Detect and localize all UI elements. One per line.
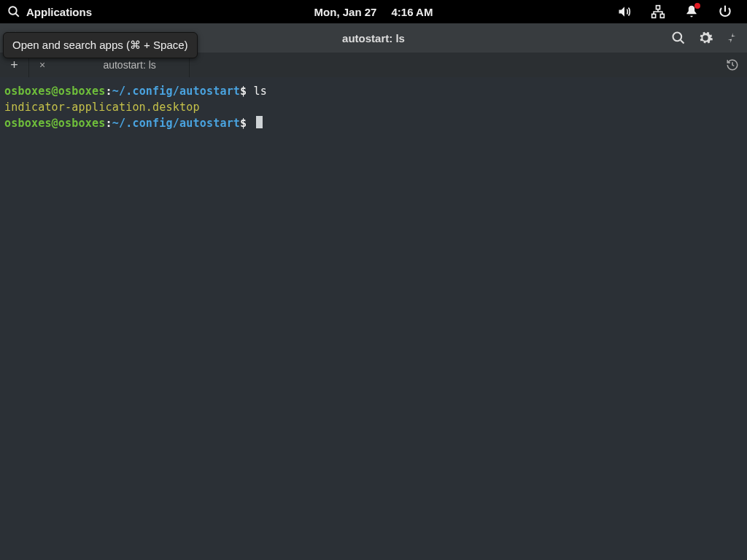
volume-icon[interactable]	[617, 4, 632, 19]
system-top-bar: Applications Mon, Jan 27 4:16 AM	[0, 0, 747, 23]
svg-point-7	[673, 33, 682, 42]
prompt-user: osboxes@osboxes	[4, 117, 105, 130]
prompt-path: ~/.config/autostart	[112, 85, 240, 98]
command-text: ls	[254, 85, 267, 98]
applications-label: Applications	[26, 6, 92, 18]
svg-rect-2	[657, 6, 660, 9]
svg-line-1	[16, 14, 19, 17]
prompt-path: ~/.config/autostart	[112, 117, 240, 130]
terminal-line: indicator-application.desktop	[4, 99, 743, 115]
prompt-sep: :	[105, 117, 112, 130]
notifications-icon[interactable]	[684, 4, 699, 19]
tab-label: autostart: ls	[79, 59, 180, 71]
tab-spacer	[190, 52, 718, 77]
applications-tooltip: Open and search apps (⌘ + Space)	[3, 32, 198, 58]
terminal-line: osboxes@osboxes:~/.config/autostart$ ls	[4, 83, 743, 99]
minimize-icon[interactable]	[725, 31, 738, 44]
plus-icon: +	[10, 58, 18, 73]
tab-close-icon[interactable]: ×	[39, 59, 45, 71]
svg-line-8	[681, 40, 684, 44]
terminal-cursor	[256, 116, 263, 128]
terminal-body[interactable]: osboxes@osboxes:~/.config/autostart$ ls …	[0, 77, 747, 560]
clock-date[interactable]: Mon, Jan 27	[314, 6, 377, 18]
history-button[interactable]	[718, 52, 747, 77]
svg-point-0	[9, 7, 17, 15]
window-search-icon[interactable]	[671, 31, 686, 45]
notification-dot	[694, 3, 700, 9]
power-icon[interactable]	[718, 4, 732, 19]
tooltip-text: Open and search apps (⌘ + Space)	[12, 39, 188, 51]
prompt-sep: :	[105, 85, 112, 98]
window-title: autostart: ls	[342, 32, 405, 44]
settings-icon[interactable]	[697, 30, 713, 46]
applications-menu[interactable]: Applications	[7, 5, 92, 18]
search-icon	[7, 5, 20, 18]
terminal-line: osboxes@osboxes:~/.config/autostart$	[4, 115, 743, 131]
svg-rect-4	[660, 14, 664, 18]
prompt-symbol: $	[240, 85, 247, 98]
network-icon[interactable]	[651, 4, 665, 19]
output-text: indicator-application.desktop	[4, 101, 200, 114]
svg-rect-3	[652, 14, 656, 18]
clock-time[interactable]: 4:16 AM	[391, 6, 433, 18]
prompt-symbol: $	[240, 117, 247, 130]
prompt-user: osboxes@osboxes	[4, 85, 105, 98]
